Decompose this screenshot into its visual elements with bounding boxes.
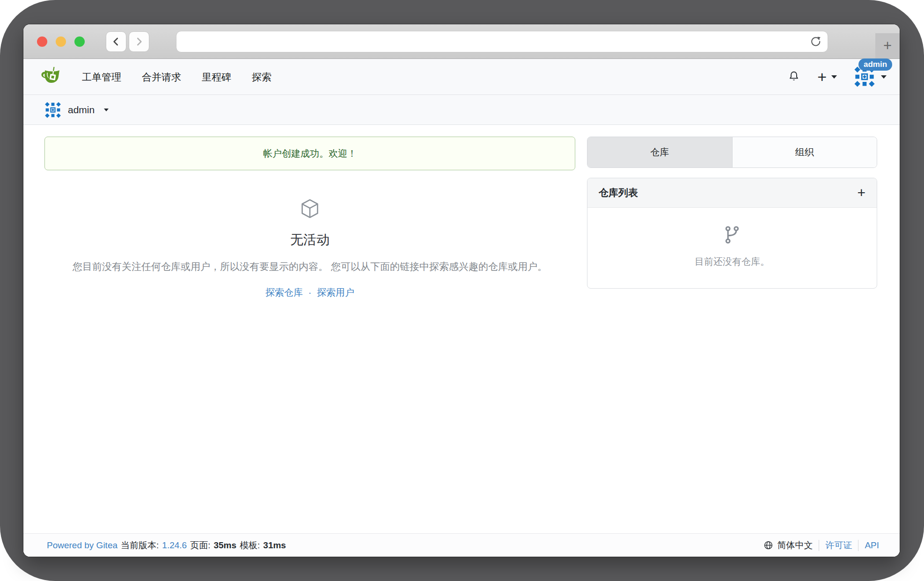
traffic-lights — [37, 36, 85, 47]
git-branch-icon — [722, 225, 742, 245]
nav-item-explore[interactable]: 探索 — [242, 59, 282, 95]
gitea-logo[interactable] — [40, 66, 62, 87]
zoom-window-button[interactable] — [74, 36, 85, 47]
reload-icon — [809, 35, 822, 48]
dashboard-content: 帐户创建成功。欢迎！ 无活动 您目前没有关注任何仓库或用户，所以没有要显示的内容… — [23, 125, 900, 533]
forward-icon — [133, 36, 145, 48]
close-window-button[interactable] — [37, 36, 47, 47]
back-icon — [110, 36, 122, 48]
address-input[interactable] — [176, 31, 809, 52]
footer-right: 简体中文 许可证 API — [763, 539, 879, 552]
address-bar — [176, 31, 828, 52]
username-badge: admin — [858, 58, 892, 71]
api-link[interactable]: API — [865, 540, 879, 551]
template-time-label: 模板: — [240, 539, 260, 552]
flash-success-message: 帐户创建成功。欢迎！ — [44, 137, 575, 170]
footer-left: Powered by Gitea 当前版本: 1.24.6 页面: 35ms 模… — [47, 539, 286, 552]
repo-list-card: 仓库列表 + — [587, 178, 877, 289]
package-icon — [299, 197, 321, 220]
explore-links: 探索仓库 · 探索用户 — [44, 286, 575, 299]
notifications-button[interactable] — [787, 70, 800, 83]
chevron-down-icon[interactable] — [104, 109, 109, 111]
language-label: 简体中文 — [777, 539, 813, 552]
user-menu-dropdown[interactable]: admin — [854, 66, 887, 87]
screenshot-frame: + 工单管理 合并请求 里程碑 — [0, 0, 924, 581]
new-tab-button[interactable]: + — [875, 33, 900, 58]
plus-icon: + — [817, 69, 827, 85]
gitea-page: 工单管理 合并请求 里程碑 探索 + — [23, 59, 900, 557]
template-time-value: 31ms — [263, 540, 286, 551]
globe-icon — [763, 540, 774, 551]
browser-nav-buttons — [106, 31, 149, 52]
chevron-down-icon — [881, 75, 887, 79]
sidebar-tabs: 仓库 组织 — [587, 137, 877, 168]
tab-organizations[interactable]: 组织 — [732, 137, 877, 167]
version-link[interactable]: 1.24.6 — [162, 540, 187, 551]
no-repos-text: 目前还没有仓库。 — [695, 255, 770, 268]
new-repo-button[interactable]: + — [857, 186, 865, 200]
minimize-window-button[interactable] — [56, 36, 66, 47]
create-new-dropdown[interactable]: + — [817, 69, 837, 85]
bell-icon — [787, 70, 800, 83]
reload-button[interactable] — [809, 35, 822, 48]
dashboard-context-bar: admin — [23, 95, 900, 125]
nav-item-milestones[interactable]: 里程碑 — [191, 59, 242, 95]
flash-text: 帐户创建成功。欢迎！ — [263, 147, 357, 160]
sidebar-column: 仓库 组织 仓库列表 + — [587, 137, 877, 533]
empty-feed-description: 您目前没有关注任何仓库或用户，所以没有要显示的内容。 您可以从下面的链接中探索感… — [44, 260, 575, 273]
browser-back-button[interactable] — [106, 31, 126, 52]
language-menu[interactable]: 简体中文 — [763, 539, 813, 552]
avatar: admin — [854, 66, 875, 87]
new-tab-plus-icon: + — [883, 37, 892, 54]
chevron-down-icon — [831, 75, 837, 79]
repo-list-header: 仓库列表 + — [587, 178, 877, 208]
empty-activity-feed: 无活动 您目前没有关注任何仓库或用户，所以没有要显示的内容。 您可以从下面的链接… — [44, 170, 575, 299]
explore-users-link[interactable]: 探索用户 — [317, 287, 354, 298]
identicon-avatar — [44, 102, 61, 118]
nav-item-pull-requests[interactable]: 合并请求 — [132, 59, 191, 95]
page-time-value: 35ms — [213, 540, 236, 551]
navbar-right: + — [787, 66, 887, 87]
repo-list-title: 仓库列表 — [599, 186, 638, 199]
footer-divider — [858, 540, 858, 551]
version-label: 当前版本: — [121, 539, 159, 552]
footer-divider — [819, 540, 819, 551]
tab-repositories[interactable]: 仓库 — [587, 137, 732, 167]
repo-list-empty: 目前还没有仓库。 — [587, 208, 877, 288]
dot-separator: · — [308, 287, 312, 298]
browser-titlebar: + — [23, 24, 900, 59]
page-time-label: 页面: — [190, 539, 210, 552]
browser-forward-button[interactable] — [129, 31, 149, 52]
nav-item-issues[interactable]: 工单管理 — [72, 59, 132, 95]
browser-window: + 工单管理 合并请求 里程碑 — [23, 24, 900, 557]
empty-feed-title: 无活动 — [44, 231, 575, 249]
powered-by-link[interactable]: Powered by Gitea — [47, 540, 117, 551]
license-link[interactable]: 许可证 — [825, 539, 852, 552]
context-username: admin — [68, 104, 95, 116]
gitea-footer: Powered by Gitea 当前版本: 1.24.6 页面: 35ms 模… — [23, 533, 900, 557]
gitea-navbar: 工单管理 合并请求 里程碑 探索 + — [23, 59, 900, 95]
activity-column: 帐户创建成功。欢迎！ 无活动 您目前没有关注任何仓库或用户，所以没有要显示的内容… — [44, 137, 575, 533]
explore-repos-link[interactable]: 探索仓库 — [265, 287, 303, 298]
